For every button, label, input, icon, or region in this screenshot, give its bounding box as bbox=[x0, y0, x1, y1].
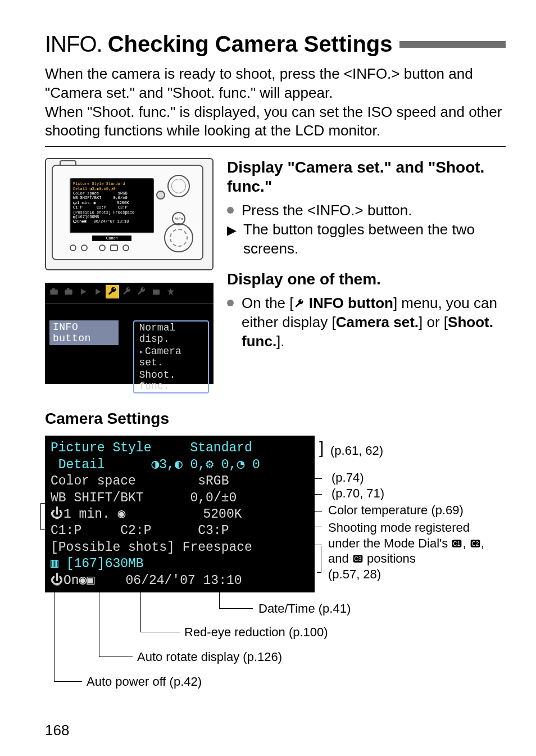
bracket-icon bbox=[317, 546, 321, 573]
brace-icon: ] bbox=[319, 438, 324, 458]
tab-play-icon bbox=[91, 285, 105, 298]
svg-rect-6 bbox=[153, 289, 160, 295]
leader-line bbox=[290, 527, 322, 527]
menu-tab-strip bbox=[45, 283, 214, 301]
tab-camera-icon bbox=[62, 285, 75, 298]
annotation-autorotate: Auto rotate display (p.126) bbox=[137, 650, 282, 664]
intro-line2: "Camera set." and "Shoot. func." will ap… bbox=[45, 84, 333, 101]
wrench-icon bbox=[294, 295, 305, 311]
mini-lcd-line: C1:P C2:P C3:P bbox=[73, 205, 151, 210]
intro-line1a: When the camera is ready to shoot, press… bbox=[45, 65, 352, 82]
camera-illustration: Picture Style Standard Detail ◑3,◐0,⚙0,◔… bbox=[45, 158, 214, 270]
svg-marker-5 bbox=[96, 289, 101, 295]
bullet-icon bbox=[227, 207, 234, 214]
lcd-row: [Possible shots] Freespace bbox=[51, 540, 309, 556]
mode-c3-icon: C3 bbox=[352, 551, 364, 565]
callout: (p.57, 28) bbox=[328, 567, 381, 582]
leader-line bbox=[272, 478, 322, 479]
svg-rect-3 bbox=[67, 288, 70, 290]
svg-marker-4 bbox=[81, 289, 86, 295]
mini-lcd-line: Color space sRGB bbox=[73, 191, 151, 196]
tab-star-icon bbox=[164, 285, 178, 298]
lcd-row: ▥ [167]630MB bbox=[51, 556, 309, 572]
lcd-field: Detail bbox=[51, 458, 105, 472]
lcd-field: ⏻1 min. ◉ bbox=[51, 507, 125, 522]
annotation-autopower: Auto power off (p.42) bbox=[87, 674, 202, 689]
menu-option: Normal disp. bbox=[134, 322, 208, 345]
lcd-field: Color space bbox=[51, 474, 136, 488]
tab-play-icon bbox=[76, 285, 90, 298]
lcd-field: ⏻On◉▣ bbox=[51, 573, 94, 588]
callout: Color temperature (p.69) bbox=[328, 503, 464, 518]
title-bar bbox=[399, 41, 506, 48]
lcd-value: 0,0/±0 bbox=[190, 491, 237, 505]
menu-screenshot: INFO button Normal disp. Camera set. Sho… bbox=[45, 283, 214, 384]
mini-lcd-line: ⏻On◉▣ 06/24/'07 13:10 bbox=[73, 219, 151, 224]
svg-rect-2 bbox=[65, 289, 72, 295]
bottom-buttons bbox=[70, 245, 129, 251]
info-glyph: INFO. bbox=[45, 31, 102, 57]
info-glyph-inline: INFO. bbox=[352, 65, 391, 82]
mini-lcd-line: WB SHIFT/BKT 0,0/±0 bbox=[73, 196, 151, 200]
step-heading-1: Display "Camera set." and "Shoot. func." bbox=[227, 158, 506, 196]
page-title-row: INFO. Checking Camera Settings bbox=[45, 31, 506, 57]
info-glyph-inline: INFO. bbox=[316, 202, 355, 219]
page-number: 168 bbox=[45, 722, 69, 739]
step-bullet: Press the <INFO.> button. bbox=[227, 201, 506, 220]
brand-label: Canon bbox=[92, 236, 131, 241]
lcd-row: C1:P C2:P C3:P bbox=[51, 523, 309, 539]
mini-lcd-line: [Possible shots] Freespace bbox=[73, 210, 151, 215]
leader-line bbox=[270, 545, 322, 545]
svg-text:C2: C2 bbox=[471, 541, 479, 547]
camera-mini-lcd: Picture Style Standard Detail ◑3,◐0,⚙0,◔… bbox=[70, 178, 154, 233]
svg-rect-0 bbox=[50, 289, 58, 295]
mode-dial-icon bbox=[167, 175, 190, 197]
camera-settings-lcd: Picture Style Standard Detail ◑3,◐ 0,⚙ 0… bbox=[45, 436, 315, 592]
lcd-field: WB SHIFT/BKT bbox=[51, 491, 144, 505]
lcd-field: Picture Style bbox=[51, 441, 151, 455]
result-arrow-icon: ▶ bbox=[227, 223, 237, 259]
bracket-icon bbox=[40, 503, 45, 530]
section-divider bbox=[45, 146, 506, 147]
step-bullet: On the [ INFO button] menu, you can eith… bbox=[227, 294, 506, 351]
svg-rect-1 bbox=[52, 288, 55, 290]
menu-options-box: Normal disp. Camera set. Shoot. func. bbox=[133, 320, 209, 393]
menu-option-selected: Camera set. bbox=[134, 345, 208, 369]
mode-c1-icon: C1 bbox=[451, 536, 462, 550]
leader-line bbox=[303, 511, 322, 511]
tab-wrench-icon bbox=[106, 285, 119, 298]
leader-line bbox=[279, 494, 322, 495]
lcd-value: 06/24/'07 13:10 bbox=[126, 573, 242, 588]
intro-paragraph: When the camera is ready to shoot, press… bbox=[45, 65, 506, 141]
tab-wrench-icon bbox=[120, 285, 134, 298]
menu-option: Shoot. func. bbox=[134, 369, 208, 392]
lcd-value: ◑3,◐ 0,⚙ 0,◔ 0 bbox=[151, 458, 260, 472]
mini-lcd-line: Picture Style Standard bbox=[73, 182, 151, 186]
tab-camera-icon bbox=[47, 285, 61, 298]
lcd-value: sRGB bbox=[198, 474, 229, 488]
svg-text:C3: C3 bbox=[354, 556, 361, 562]
callout: Shooting mode registered under the Mode … bbox=[328, 520, 502, 567]
annotation-datetime: Date/Time (p.41) bbox=[258, 601, 351, 616]
bullet-icon bbox=[227, 300, 234, 306]
tab-wrench-icon bbox=[135, 285, 148, 298]
svg-marker-7 bbox=[167, 288, 175, 295]
step-heading-2: Display one of them. bbox=[227, 270, 506, 289]
menu-item-label: INFO button bbox=[49, 320, 119, 345]
page-title: Checking Camera Settings bbox=[108, 31, 393, 57]
camera-settings-heading: Camera Settings bbox=[45, 410, 506, 428]
tab-custom-icon bbox=[149, 285, 163, 298]
step-bullet: ▶ The button toggles between the two scr… bbox=[227, 220, 506, 259]
mini-lcd-line: Detail ◑3,◐0,⚙0,◔0 bbox=[73, 187, 151, 191]
annotation-redeye: Red-eye reduction (p.100) bbox=[184, 625, 328, 640]
mini-lcd-line: ⏻1 min. ◉ 5200K bbox=[73, 201, 151, 205]
intro-line1b: > button and bbox=[391, 65, 473, 82]
callout: (p.74) bbox=[328, 470, 364, 485]
lcd-value: Standard bbox=[190, 441, 252, 455]
svg-text:C1: C1 bbox=[453, 541, 461, 547]
callout: (p.61, 62) bbox=[330, 443, 383, 458]
callout: (p.70, 71) bbox=[328, 486, 384, 501]
intro-line3: When "Shoot. func." is displayed, you ca… bbox=[45, 103, 502, 139]
rear-wheel-icon bbox=[164, 223, 193, 252]
mode-c2-icon: C2 bbox=[470, 536, 481, 550]
